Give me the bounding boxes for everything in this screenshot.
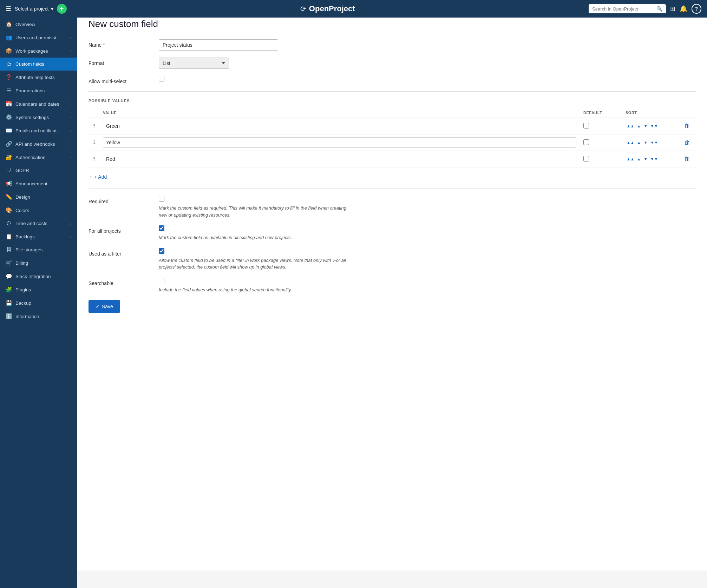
sidebar-label-billing: Billing [15,260,72,266]
save-button[interactable]: ✓ Save [89,300,120,313]
sidebar-item-api-webhooks[interactable]: 🔗 API and webhooks › [0,137,77,151]
sort-up-icon: ▲ [637,157,641,161]
sidebar-icon-api-webhooks: 🔗 [6,141,12,147]
delete-btn-row-red[interactable]: 🗑 [684,156,690,162]
sidebar-label-work-packages: Work packages [15,48,67,54]
default-checkbox-row-green[interactable] [583,123,589,128]
notifications-icon[interactable]: 🔔 [680,5,687,13]
search-box[interactable]: 🔍 [589,4,666,13]
sidebar-label-file-storages: File storages [15,247,72,252]
sidebar-item-system-settings[interactable]: ⚙️ System settings › [0,111,77,124]
drag-handle-row-red[interactable]: ⠿ [89,151,99,167]
format-select[interactable]: List Text Integer Float Boolean Date Use… [159,58,229,69]
default-cell-row-red [580,151,622,167]
drag-handle-row-green[interactable]: ⠿ [89,118,99,134]
delete-cell-row-yellow: 🗑 [678,134,696,151]
value-input-row-green[interactable] [103,121,576,131]
sidebar-item-backup[interactable]: 💾 Backup [0,296,77,310]
sort-cell-row-yellow: ▲▲ ▲ ▼ ▼▼ [622,134,678,151]
sidebar-item-slack-integration[interactable]: 💬 Slack Integration [0,270,77,283]
sort-bottom-btn-row-green[interactable]: ▼▼ [649,123,659,129]
top-nav: ☰ Select a project ▾ + ⟳ OpenProject 🔍 ⊞… [0,0,707,18]
sidebar-icon-information: ℹ️ [6,313,12,319]
sidebar-icon-enumerations: ☰ [6,87,12,94]
sidebar-item-enumerations[interactable]: ☰ Enumerations [0,84,77,97]
sidebar-label-api-webhooks: API and webhooks [15,141,67,147]
possible-values-header: POSSIBLE VALUES [89,99,696,103]
sidebar-item-users-permissions[interactable]: 👥 Users and permissi... › [0,31,77,44]
sidebar-item-colors[interactable]: 🎨 Colors [0,204,77,217]
delete-btn-row-green[interactable]: 🗑 [684,123,690,129]
sidebar-item-file-storages[interactable]: 🗄 File storages [0,243,77,256]
apps-icon[interactable]: ⊞ [670,5,675,13]
sort-up-btn-row-green[interactable]: ▲ [636,123,642,129]
name-input[interactable] [159,39,278,51]
sort-down-btn-row-red[interactable]: ▼ [643,156,649,162]
sidebar-item-backlogs[interactable]: 📋 Backlogs › [0,230,77,243]
for-all-projects-checkbox[interactable] [159,225,164,231]
sidebar-icon-slack-integration: 💬 [6,273,12,279]
sort-up-btn-row-red[interactable]: ▲ [636,156,642,162]
sort-down-btn-row-yellow[interactable]: ▼ [643,139,649,146]
sort-up-btn-row-yellow[interactable]: ▲ [636,139,642,146]
sidebar-item-time-costs[interactable]: ⏱ Time and costs › [0,217,77,230]
sidebar-arrow-calendars-dates: › [70,102,72,106]
value-cell-row-green [99,118,580,134]
delete-btn-row-yellow[interactable]: 🗑 [684,139,690,146]
sort-bottom-btn-row-red[interactable]: ▼▼ [649,156,659,162]
sidebar-arrow-time-costs: › [70,222,72,226]
sidebar-arrow-system-settings: › [70,115,72,119]
sidebar-item-work-packages[interactable]: 📦 Work packages › [0,44,77,58]
sidebar-item-calendars-dates[interactable]: 📅 Calendars and dates › [0,97,77,111]
sidebar-item-authentication[interactable]: 🔐 Authentication › [0,151,77,164]
default-checkbox-row-yellow[interactable] [583,139,589,145]
add-value-button[interactable]: ＋ + Add [89,172,107,181]
add-project-button[interactable]: + [57,4,67,14]
sidebar-item-attribute-help-texts[interactable]: ❓ Attribute help texts [0,71,77,84]
sidebar-item-design[interactable]: ✏️ Design [0,190,77,204]
drag-handle-row-yellow[interactable]: ⠿ [89,134,99,151]
delete-cell-row-green: 🗑 [678,118,696,134]
sidebar-item-emails-notifications[interactable]: ✉️ Emails and notificat... › [0,124,77,137]
value-input-row-red[interactable] [103,154,576,164]
help-icon[interactable]: ? [692,4,701,14]
sidebar-icon-colors: 🎨 [6,207,12,213]
project-selector[interactable]: Select a project ▾ [15,6,53,12]
searchable-checkbox[interactable] [159,278,164,283]
trash-icon: 🗑 [684,156,690,162]
sort-down-btn-row-green[interactable]: ▼ [643,123,649,129]
hamburger-icon[interactable]: ☰ [6,5,11,13]
sidebar-item-announcement[interactable]: 📢 Announcement [0,177,77,190]
sidebar-icon-custom-fields: 🗂 [6,61,12,67]
sidebar-item-billing[interactable]: 🛒 Billing [0,256,77,270]
sort-top-btn-row-yellow[interactable]: ▲▲ [626,139,635,146]
allow-multiselect-checkbox[interactable] [159,76,164,81]
sidebar-label-attribute-help-texts: Attribute help texts [15,75,72,80]
sidebar-icon-backup: 💾 [6,300,12,306]
sort-top-btn-row-red[interactable]: ▲▲ [626,156,635,162]
sort-top-btn-row-green[interactable]: ▲▲ [626,123,635,129]
sidebar-icon-file-storages: 🗄 [6,247,12,253]
sidebar-icon-overview: 🏠 [6,21,12,27]
drag-dots-icon: ⠿ [92,140,96,145]
required-checkbox[interactable] [159,196,164,201]
sidebar-icon-plugins: 🧩 [6,286,12,293]
used-as-filter-checkbox[interactable] [159,248,164,254]
sidebar-item-plugins[interactable]: 🧩 Plugins [0,283,77,296]
default-checkbox-row-red[interactable] [583,156,589,161]
sidebar-item-custom-fields[interactable]: 🗂 Custom fields [0,58,77,71]
sidebar-item-overview[interactable]: 🏠 Overview [0,18,77,31]
sidebar-item-information[interactable]: ℹ️ Information [0,310,77,323]
openproject-logo-icon: ⟳ [300,5,306,13]
drag-dots-icon: ⠿ [92,123,96,129]
required-field-row: Required Mark the custom field as requir… [89,196,696,218]
col-sort-header: SORT [622,108,678,118]
value-input-row-yellow[interactable] [103,137,576,148]
sidebar-item-gdpr[interactable]: 🛡 GDPR [0,164,77,177]
sidebar-icon-announcement: 📢 [6,180,12,187]
search-input[interactable] [592,6,654,12]
sort-bottom-btn-row-yellow[interactable]: ▼▼ [649,139,659,146]
add-icon: ＋ [89,174,93,180]
name-label: Name * [89,39,152,48]
page-title: New custom field [89,19,696,29]
